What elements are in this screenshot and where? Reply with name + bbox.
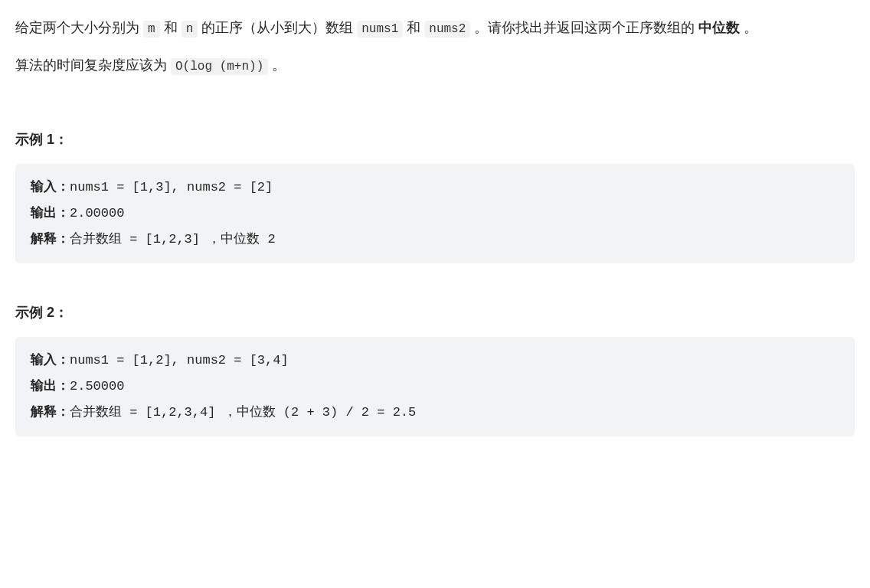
explain-value: 合并数组 = [1,2,3,4] ，中位数 (2 + 3) / 2 = 2.5 bbox=[70, 405, 416, 420]
input-value: nums1 = [1,3], nums2 = [2] bbox=[70, 180, 273, 194]
input-label: 输入： bbox=[31, 180, 70, 194]
code-m: m bbox=[143, 21, 160, 38]
code-complexity: O(log (m+n)) bbox=[171, 58, 268, 75]
text: 。 bbox=[268, 57, 286, 73]
code-nums2: nums2 bbox=[424, 21, 470, 38]
problem-description: 给定两个大小分别为 m 和 n 的正序（从小到大）数组 nums1 和 nums… bbox=[15, 15, 855, 436]
bold-median: 中位数 bbox=[698, 20, 740, 35]
output-label: 输出： bbox=[31, 379, 70, 394]
explain-value: 合并数组 = [1,2,3] ，中位数 2 bbox=[70, 232, 276, 247]
explain-label: 解释： bbox=[31, 405, 70, 420]
output-label: 输出： bbox=[31, 206, 70, 220]
text: 的正序（从小到大）数组 bbox=[198, 20, 357, 35]
output-value: 2.00000 bbox=[70, 206, 124, 220]
code-nums1: nums1 bbox=[357, 21, 403, 38]
text: 算法的时间复杂度应该为 bbox=[15, 57, 171, 73]
text: 给定两个大小分别为 bbox=[15, 20, 143, 35]
example-2-heading: 示例 2： bbox=[15, 300, 855, 325]
text: 和 bbox=[160, 20, 182, 35]
example-1-block: 输入：nums1 = [1,3], nums2 = [2] 输出：2.00000… bbox=[15, 164, 855, 263]
output-value: 2.50000 bbox=[70, 379, 124, 394]
text: 和 bbox=[403, 20, 424, 35]
paragraph-1: 给定两个大小分别为 m 和 n 的正序（从小到大）数组 nums1 和 nums… bbox=[15, 15, 855, 41]
text: 。 bbox=[740, 20, 757, 35]
input-label: 输入： bbox=[31, 353, 70, 368]
paragraph-2: 算法的时间复杂度应该为 O(log (m+n)) 。 bbox=[15, 53, 855, 78]
code-n: n bbox=[182, 21, 198, 38]
explain-label: 解释： bbox=[31, 232, 70, 247]
example-2-block: 输入：nums1 = [1,2], nums2 = [3,4] 输出：2.500… bbox=[15, 337, 855, 436]
example-1-heading: 示例 1： bbox=[15, 127, 855, 152]
text: 。请你找出并返回这两个正序数组的 bbox=[470, 20, 698, 35]
input-value: nums1 = [1,2], nums2 = [3,4] bbox=[70, 353, 289, 368]
